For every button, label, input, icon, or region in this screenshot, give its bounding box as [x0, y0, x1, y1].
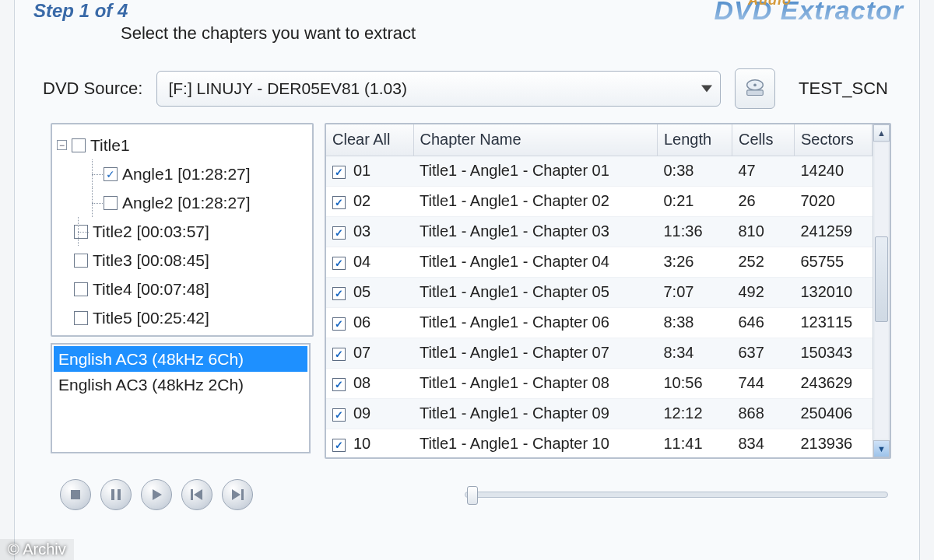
row-number: 04 [353, 253, 370, 270]
next-button[interactable] [222, 479, 253, 510]
pause-icon [110, 488, 122, 501]
row-number: 10 [353, 435, 370, 452]
row-checkbox[interactable]: ✓ [332, 166, 346, 179]
audio-track-list[interactable]: English AC3 (48kHz 6Ch) English AC3 (48k… [51, 343, 311, 453]
chapter-table: Clear All Chapter Name Length Cells Sect… [325, 123, 891, 459]
svg-rect-3 [71, 490, 80, 499]
vertical-scrollbar[interactable]: ▲ ▼ [873, 124, 890, 457]
row-number: 05 [353, 283, 370, 300]
row-checkbox[interactable]: ✓ [332, 196, 346, 209]
column-length[interactable]: Length [658, 124, 732, 156]
table-row[interactable]: ✓10Title1 - Angle1 - Chapter 1011:418342… [326, 429, 873, 457]
row-checkbox[interactable]: ✓ [332, 408, 346, 422]
cell-sectors: 65755 [795, 247, 873, 277]
row-checkbox[interactable]: ✓ [332, 317, 346, 331]
row-number: 07 [353, 344, 370, 361]
open-drive-button[interactable] [735, 68, 775, 109]
tree-node-title1[interactable]: − Title1 [57, 131, 307, 159]
tree-node-title5[interactable]: Title5 [00:25:42] [57, 303, 307, 332]
disc-label: TEST_SCN [799, 79, 888, 99]
tree-node-title2[interactable]: Title2 [00:03:57] [57, 217, 307, 246]
table-row[interactable]: ✓09Title1 - Angle1 - Chapter 0912:128682… [326, 398, 873, 429]
audio-track-item[interactable]: English AC3 (48kHz 6Ch) [54, 346, 307, 372]
scroll-thumb[interactable] [875, 236, 888, 322]
cell-chapter-name: Title1 - Angle1 - Chapter 07 [413, 338, 658, 368]
scroll-track[interactable] [875, 143, 888, 439]
tree-collapse-icon[interactable]: − [57, 140, 67, 150]
scroll-down-button[interactable]: ▼ [873, 440, 890, 457]
cell-chapter-name: Title1 - Angle1 - Chapter 10 [413, 429, 658, 457]
tree-node-title4[interactable]: Title4 [00:07:48] [57, 275, 307, 303]
tree-node-angle1[interactable]: ✓ Angle1 [01:28:27] [57, 159, 307, 188]
stop-icon [69, 488, 82, 501]
dvd-source-select[interactable]: [F:] LINUJY - DER05EV81 (1.03) [156, 71, 721, 107]
table-row[interactable]: ✓06Title1 - Angle1 - Chapter 068:3864612… [326, 307, 873, 338]
svg-rect-5 [118, 489, 121, 500]
cell-length: 7:07 [658, 277, 732, 307]
row-checkbox[interactable]: ✓ [332, 287, 346, 300]
stop-button[interactable] [60, 479, 91, 510]
tree-node-title3[interactable]: Title3 [00:08:45] [57, 246, 307, 275]
column-cells[interactable]: Cells [732, 124, 795, 156]
table-row[interactable]: ✓01Title1 - Angle1 - Chapter 010:3847142… [326, 156, 873, 186]
table-header-row: Clear All Chapter Name Length Cells Sect… [326, 124, 873, 156]
cell-cells: 646 [732, 307, 795, 338]
cell-sectors: 7020 [795, 186, 873, 216]
svg-rect-10 [241, 489, 244, 500]
tree-label: Angle1 [01:28:27] [122, 165, 251, 184]
audio-track-label: English AC3 (48kHz 6Ch) [58, 350, 244, 369]
table-row[interactable]: ✓03Title1 - Angle1 - Chapter 0311:368102… [326, 216, 873, 247]
cell-cells: 26 [732, 186, 795, 216]
table-row[interactable]: ✓08Title1 - Angle1 - Chapter 0810:567442… [326, 368, 873, 398]
cell-sectors: 150343 [795, 338, 873, 368]
column-chapter-name[interactable]: Chapter Name [413, 124, 658, 156]
checkbox[interactable]: ✓ [104, 167, 118, 181]
cell-length: 10:56 [658, 368, 732, 398]
row-checkbox[interactable]: ✓ [332, 226, 346, 240]
svg-rect-7 [191, 489, 193, 500]
seek-thumb[interactable] [467, 486, 478, 505]
table-row[interactable]: ✓05Title1 - Angle1 - Chapter 057:0749213… [326, 277, 873, 307]
title-tree[interactable]: − Title1 ✓ Angle1 [01:28:27] Angle2 [01:… [51, 123, 314, 337]
checkbox[interactable] [74, 254, 88, 268]
checkbox[interactable] [104, 196, 118, 210]
cell-cells: 834 [732, 429, 795, 457]
prev-button[interactable] [181, 479, 212, 510]
cell-chapter-name: Title1 - Angle1 - Chapter 04 [413, 247, 658, 277]
table-row[interactable]: ✓02Title1 - Angle1 - Chapter 020:2126702… [326, 186, 873, 216]
skip-forward-icon [230, 488, 244, 501]
cell-chapter-name: Title1 - Angle1 - Chapter 09 [413, 398, 658, 429]
tree-label: Title5 [00:25:42] [93, 309, 209, 327]
scroll-up-button[interactable]: ▲ [873, 124, 890, 142]
cell-length: 3:26 [658, 247, 732, 277]
checkbox[interactable] [72, 138, 86, 152]
row-checkbox[interactable]: ✓ [332, 348, 346, 361]
seek-slider[interactable] [465, 492, 888, 498]
cell-length: 8:34 [658, 338, 732, 368]
row-number: 06 [353, 313, 370, 331]
checkbox[interactable] [74, 311, 88, 325]
tree-label: Title1 [90, 136, 130, 155]
row-checkbox[interactable]: ✓ [332, 439, 346, 452]
tree-label: Title3 [00:08:45] [93, 251, 209, 270]
checkbox[interactable] [74, 282, 88, 296]
column-sectors[interactable]: Sectors [795, 124, 873, 156]
pause-button[interactable] [100, 479, 132, 510]
cell-cells: 47 [732, 156, 795, 186]
row-checkbox[interactable]: ✓ [332, 378, 346, 391]
cell-cells: 810 [732, 216, 795, 247]
tree-node-angle2[interactable]: Angle2 [01:28:27] [57, 188, 307, 217]
row-checkbox[interactable]: ✓ [332, 257, 346, 270]
svg-marker-9 [232, 489, 241, 500]
cell-sectors: 250406 [795, 398, 873, 429]
tree-label: Title4 [00:07:48] [93, 280, 209, 299]
dvd-source-row: DVD Source: [F:] LINUJY - DER05EV81 (1.0… [15, 61, 919, 123]
tree-label: Title2 [00:03:57] [93, 222, 209, 241]
table-row[interactable]: ✓07Title1 - Angle1 - Chapter 078:3463715… [326, 338, 873, 368]
table-row[interactable]: ✓04Title1 - Angle1 - Chapter 043:2625265… [326, 247, 873, 277]
column-clear-all[interactable]: Clear All [326, 124, 413, 156]
play-button[interactable] [141, 479, 172, 510]
row-number: 03 [353, 222, 370, 240]
cell-cells: 868 [732, 398, 795, 429]
audio-track-item[interactable]: English AC3 (48kHz 2Ch) [54, 372, 307, 397]
